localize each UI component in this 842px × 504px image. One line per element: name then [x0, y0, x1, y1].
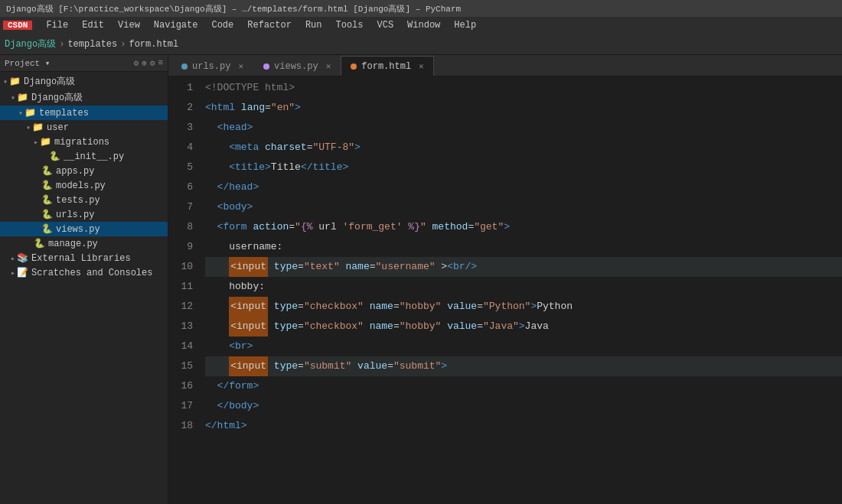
menu-window[interactable]: Window — [401, 17, 446, 34]
main-layout: Project ▾ ⚙ ⊕ ⚙ ≡ ▾ 📁 Django高级 ▾ 📁 Djang… — [0, 55, 842, 504]
menu-code[interactable]: Code — [205, 17, 240, 34]
code-line-1: <!DOCTYPE html> — [205, 78, 842, 98]
tab-label-form: form.html — [361, 61, 411, 72]
menu-run[interactable]: Run — [299, 17, 328, 34]
arrow-user: ▾ — [26, 123, 31, 132]
py-icon-models: 🐍 — [41, 180, 53, 191]
breadcrumb: Django高级 › templates › form.html — [5, 37, 178, 50]
tree-item-scratches[interactable]: ▸ 📝 Scratches and Consoles — [0, 265, 168, 280]
tree-item-urls-sidebar[interactable]: 🐍 urls.py — [0, 207, 168, 222]
tab-bar: urls.py ✕ views.py ✕ form.html ✕ — [168, 55, 842, 76]
code-lines: <!DOCTYPE html> <html lang = "en" > <hea… — [199, 76, 842, 504]
code-line-5: <title> Title </title> — [205, 158, 842, 177]
tab-label-views: views.py — [274, 61, 318, 72]
editor-content[interactable]: 1 2 3 4 5 6 7 8 9 10 11 12 13 14 15 16 1… — [168, 76, 842, 504]
tree-label-init: __init__.py — [64, 151, 124, 162]
project-tree: ▾ 📁 Django高级 ▾ 📁 Django高级 ▾ 📁 templates … — [0, 72, 168, 504]
arrow-templates: ▾ — [18, 109, 23, 118]
tree-item-ext-libs[interactable]: ▸ 📚 External Libraries — [0, 251, 168, 265]
add-icon[interactable]: ⊕ — [142, 58, 147, 68]
line-numbers: 1 2 3 4 5 6 7 8 9 10 11 12 13 14 15 16 1… — [168, 76, 199, 504]
line-num-4: 4 — [168, 138, 193, 158]
code-line-3: <head> — [205, 118, 842, 138]
sidebar-title: Project ▾ — [5, 58, 50, 68]
line-num-18: 18 — [168, 416, 193, 436]
input-tag-text: <input — [229, 257, 268, 277]
title-text: Django高级 [F:\practice_workspace\Django高级… — [6, 3, 461, 15]
breadcrumb-formhtml[interactable]: form.html — [129, 39, 178, 50]
code-line-7: <body> — [205, 197, 842, 217]
tree-label-apps: apps.py — [56, 166, 94, 177]
code-line-13: <input type = "checkbox" name = "hobby" … — [205, 317, 842, 337]
tab-dot-views — [263, 63, 269, 70]
tab-close-form[interactable]: ✕ — [419, 61, 424, 71]
line-num-6: 6 — [168, 177, 193, 197]
csdn-logo: CSDN — [3, 21, 32, 30]
line-num-12: 12 — [168, 297, 193, 317]
breadcrumb-templates[interactable]: templates — [67, 39, 117, 50]
tree-label-templates: templates — [39, 108, 89, 119]
breadcrumb-sep2: › — [120, 39, 126, 50]
line-num-5: 5 — [168, 158, 193, 177]
tree-label-urls: urls.py — [56, 210, 94, 220]
toolbar: Django高级 › templates › form.html — [0, 34, 842, 55]
menu-icon[interactable]: ≡ — [158, 58, 163, 68]
menu-navigate[interactable]: Navigate — [148, 17, 204, 34]
tab-close-urls[interactable]: ✕ — [238, 61, 243, 71]
tree-label-scratches: Scratches and Consoles — [31, 268, 152, 278]
settings-icon[interactable]: ⚙ — [134, 58, 139, 68]
tab-urls[interactable]: urls.py ✕ — [171, 56, 253, 76]
arrow-scratches: ▸ — [11, 268, 15, 278]
line-num-1: 1 — [168, 78, 193, 98]
line-num-17: 17 — [168, 396, 193, 416]
arrow-ext-libs: ▸ — [11, 254, 15, 263]
line-num-11: 11 — [168, 277, 193, 297]
folder-icon-templates: 📁 — [24, 107, 36, 119]
folder-icon-django: 📁 — [17, 92, 28, 103]
code-line-11: hobby: — [205, 277, 842, 297]
py-icon-views: 🐍 — [41, 223, 53, 235]
folder-icon-user: 📁 — [32, 122, 44, 133]
code-line-8: <form action = " {% url 'form_get' %} " … — [205, 217, 842, 237]
tree-item-root[interactable]: ▾ 📁 Django高级 — [0, 73, 168, 89]
menu-file[interactable]: File — [40, 17, 74, 34]
code-line-10: <input type = "text" name = "username" >… — [205, 257, 842, 277]
tab-close-views[interactable]: ✕ — [326, 61, 331, 71]
code-line-18: </html> — [205, 416, 842, 436]
py-icon-apps: 🐍 — [41, 165, 53, 177]
tree-item-views-sidebar[interactable]: 🐍 views.py — [0, 222, 168, 236]
py-icon-tests: 🐍 — [41, 194, 53, 206]
tree-label-manage: manage.py — [48, 239, 98, 249]
menu-view[interactable]: View — [112, 17, 146, 34]
py-icon-manage: 🐍 — [34, 238, 45, 249]
tree-item-user[interactable]: ▾ 📁 user — [0, 120, 168, 135]
tree-item-init[interactable]: 🐍 __init__.py — [0, 149, 168, 164]
tree-item-templates[interactable]: ▾ 📁 templates — [0, 106, 168, 120]
line-num-8: 8 — [168, 217, 193, 237]
tree-item-tests[interactable]: 🐍 tests.py — [0, 193, 168, 207]
line-num-10: 10 — [168, 257, 193, 277]
tree-label-views: views.py — [56, 224, 100, 235]
code-line-12: <input type = "checkbox" name = "hobby" … — [205, 297, 842, 317]
breadcrumb-project[interactable]: Django高级 — [5, 37, 56, 50]
menu-refactor[interactable]: Refactor — [241, 17, 298, 34]
menu-tools[interactable]: Tools — [329, 17, 369, 34]
tree-label-tests: tests.py — [56, 195, 100, 206]
menu-help[interactable]: Help — [448, 17, 482, 34]
tree-item-migrations[interactable]: ▸ 📁 migrations — [0, 135, 168, 149]
tab-views[interactable]: views.py ✕ — [253, 56, 341, 76]
line-num-14: 14 — [168, 337, 193, 356]
tab-form[interactable]: form.html ✕ — [341, 56, 433, 76]
tree-item-apps[interactable]: 🐍 apps.py — [0, 164, 168, 178]
config-icon[interactable]: ⚙ — [150, 58, 155, 68]
menu-edit[interactable]: Edit — [76, 17, 110, 34]
breadcrumb-sep1: › — [59, 39, 64, 50]
tree-item-models[interactable]: 🐍 models.py — [0, 178, 168, 193]
line-num-13: 13 — [168, 317, 193, 337]
menu-vcs[interactable]: VCS — [371, 17, 400, 34]
input-tag-submit: <input — [229, 356, 268, 376]
tree-item-manage[interactable]: 🐍 manage.py — [0, 236, 168, 251]
tree-item-django[interactable]: ▾ 📁 Django高级 — [0, 89, 168, 106]
sidebar-header: Project ▾ ⚙ ⊕ ⚙ ≡ — [0, 55, 168, 72]
input-tag-checkbox1: <input — [229, 297, 268, 317]
